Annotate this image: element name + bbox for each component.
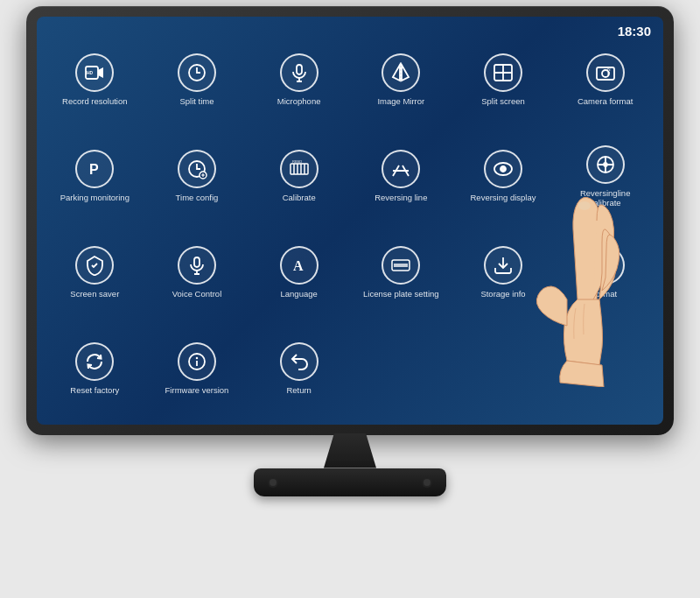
microphone-label: Microphone [277,96,321,106]
license-plate-icon [382,246,420,285]
reset-factory-label: Reset factory [70,385,119,395]
calibrate-label: Calibrate [283,193,316,202]
voice-control-icon [178,246,216,285]
menu-item-voice-control[interactable]: Voice Control [148,227,247,320]
menu-item-image-mirror[interactable]: Image Mirror [352,34,451,127]
menu-item-reversing-display[interactable]: Reversing display [454,130,553,223]
svg-marker-7 [393,65,400,81]
menu-item-empty1 [352,323,451,416]
camera-format-icon: N P [586,53,625,92]
record-resolution-icon: HD [75,53,114,92]
menu-item-format[interactable]: format [556,227,654,320]
reversingline-calibrate-icon [586,145,625,184]
menu-item-reversingline-calibrate[interactable]: Reversingline calibrate [556,130,654,223]
language-label: Language [281,289,318,299]
menu-grid: HD Record resolution Split time [37,17,663,425]
voice-control-label: Voice Control [172,289,222,299]
svg-text:A: A [293,258,304,273]
screen: 18:30 HD Record resolution [37,17,663,425]
menu-item-camera-format[interactable]: N P Camera format [556,34,654,127]
menu-item-storage-info[interactable]: Storage info [454,227,553,320]
split-time-label: Split time [179,96,214,106]
menu-item-split-time[interactable]: Split time [148,34,247,127]
menu-item-reset-factory[interactable]: Reset factory [46,323,144,416]
record-resolution-label: Record resolution [62,96,127,106]
return-icon [280,342,318,381]
split-time-icon [178,53,216,92]
format-icon [586,246,625,285]
language-icon: A [280,246,318,285]
firmware-version-icon [178,342,216,381]
microphone-icon [280,53,318,92]
menu-item-screen-saver[interactable]: Screen saver [46,227,144,320]
menu-item-calibrate[interactable]: RBSD Calibrate [249,130,348,223]
screen-saver-label: Screen saver [70,289,119,299]
svg-point-37 [604,163,607,166]
calibrate-icon: RBSD [280,150,318,188]
menu-item-time-config[interactable]: Time config [148,130,247,223]
menu-item-split-screen[interactable]: Split screen [454,34,553,127]
format-label: format [593,289,617,299]
svg-rect-4 [297,65,302,74]
svg-rect-38 [194,257,200,267]
menu-item-record-resolution[interactable]: HD Record resolution [46,34,144,127]
screen-saver-icon [75,246,114,285]
menu-item-firmware-version[interactable]: Firmware version [148,323,247,416]
time-config-label: Time config [176,193,219,202]
firmware-version-label: Firmware version [165,385,229,395]
reversingline-calibrate-label: Reversingline calibrate [566,188,645,208]
svg-rect-22 [290,164,308,174]
menu-item-license-plate[interactable]: License plate setting [352,227,451,320]
image-mirror-label: Image Mirror [377,96,424,106]
menu-item-empty2 [454,323,553,416]
svg-marker-8 [402,65,409,81]
image-mirror-icon [382,53,420,92]
menu-item-return[interactable]: Return [249,323,348,416]
camera-format-label: Camera format [578,96,633,106]
svg-rect-13 [597,67,614,80]
parking-monitoring-icon: P [75,150,114,188]
menu-item-parking-monitoring[interactable]: P Parking monitoring [46,130,144,223]
stand-neck [324,433,376,468]
time-config-icon [178,150,216,188]
license-plate-label: License plate setting [363,289,439,299]
reversing-display-label: Reversing display [471,193,536,202]
reversing-line-label: Reversing line [374,193,427,202]
svg-text:RBSD: RBSD [292,159,302,164]
svg-point-33 [502,168,504,170]
svg-marker-2 [98,67,103,78]
reversing-line-icon [382,150,420,188]
time-display: 18:30 [618,24,651,39]
menu-item-language[interactable]: A Language [249,227,348,320]
menu-item-empty3 [556,323,654,416]
return-label: Return [286,385,312,395]
stand-base [254,468,446,496]
svg-text:P: P [89,162,99,177]
storage-info-label: Storage info [480,289,525,299]
monitor-bezel: 18:30 HD Record resolution [26,6,674,435]
reversing-display-icon [484,150,522,188]
split-screen-label: Split screen [481,96,525,106]
menu-item-microphone[interactable]: Microphone [249,34,348,127]
reset-factory-icon [75,342,114,381]
parking-monitoring-label: Parking monitoring [60,193,130,202]
menu-item-reversing-line[interactable]: Reversing line [352,130,451,223]
storage-info-icon [484,246,522,285]
svg-text:HD: HD [87,70,94,75]
monitor-wrapper: 18:30 HD Record resolution [9,6,691,593]
split-screen-icon [484,53,522,92]
